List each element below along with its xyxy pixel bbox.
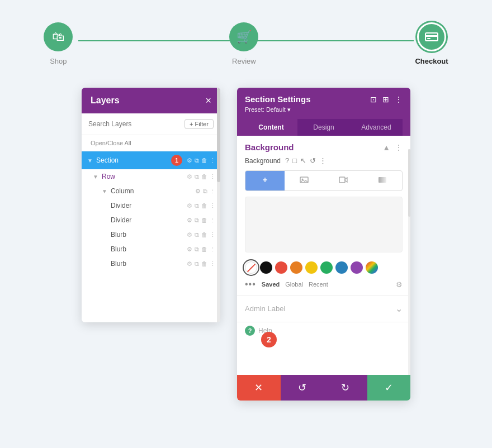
bg-mobile-icon[interactable]: □ [292,156,297,165]
tab-advanced[interactable]: Advanced [350,119,403,136]
d2-duplicate-icon[interactable]: ⧉ [195,217,199,224]
layer-item-column[interactable]: ▼ Column ⚙ ⧉ ⋮ [82,184,220,198]
content-area: Layers × + Filter Open/Close All ▼ Secti… [0,77,492,401]
layers-scrollbar[interactable] [217,88,220,322]
layer-item-divider-2[interactable]: Divider ⚙ ⧉ 🗑 ⋮ [82,213,220,227]
layers-scrollbar-thumb [217,88,220,182]
redo-button[interactable]: ↻ [324,375,367,401]
b2-more-icon[interactable]: ⋮ [210,246,216,253]
d1-delete-icon[interactable]: 🗑 [201,202,207,209]
bg-type-image[interactable] [285,171,324,190]
bg-options-icon[interactable]: ⋮ [319,156,327,165]
d2-settings-icon[interactable]: ⚙ [187,217,192,224]
layers-search-row: + Filter [82,113,220,135]
stepper: 🛍 Shop 🛒 Review Checkout [0,0,492,77]
b2-delete-icon[interactable]: 🗑 [201,246,207,252]
fullscreen-icon[interactable]: ⊡ [370,95,377,104]
bg-type-video[interactable] [324,171,363,190]
swatch-yellow[interactable] [305,261,318,274]
admin-label-arrow: ⌄ [395,303,403,314]
d1-duplicate-icon[interactable]: ⧉ [195,202,199,209]
more-icon[interactable]: ⋮ [210,157,216,164]
settings-scrollbar[interactable] [408,149,410,375]
color-tab-recent[interactable]: Recent [309,281,328,288]
b3-more-icon[interactable]: ⋮ [210,260,216,268]
tab-content[interactable]: Content [245,119,297,136]
col-duplicate-icon[interactable]: ⧉ [203,188,207,195]
b3-settings-icon[interactable]: ⚙ [187,260,192,268]
layers-close-button[interactable]: × [205,96,211,106]
swatch-transparent[interactable] [245,261,257,274]
d1-more-icon[interactable]: ⋮ [210,202,216,209]
swatch-green[interactable] [320,261,333,274]
color-tab-global[interactable]: Global [285,281,303,288]
b1-more-icon[interactable]: ⋮ [210,231,216,239]
tab-design[interactable]: Design [297,119,350,136]
row-more-icon[interactable]: ⋮ [210,173,216,180]
b1-settings-icon[interactable]: ⚙ [187,231,192,239]
bg-help-icon[interactable]: ? [285,156,289,165]
stepper-item-checkout[interactable]: Checkout [415,22,448,65]
stepper-item-review[interactable]: 🛒 Review [229,22,258,65]
b3-delete-icon[interactable]: 🗑 [201,260,207,267]
bg-collapse-icon[interactable]: ▲ [382,143,390,152]
b2-settings-icon[interactable]: ⚙ [187,246,192,253]
swatch-orange[interactable] [290,261,302,274]
bg-type-color[interactable] [245,171,285,190]
row-layer-icons: ⚙ ⧉ 🗑 ⋮ [187,173,216,180]
b2-duplicate-icon[interactable]: ⧉ [195,246,199,253]
svg-rect-7 [379,177,386,183]
swatch-black[interactable] [260,261,272,274]
layer-item-blurb-1[interactable]: Blurb ⚙ ⧉ 🗑 ⋮ [82,227,220,242]
bg-type-tabs [245,170,403,191]
row-duplicate-icon[interactable]: ⧉ [195,173,199,180]
layout-icon[interactable]: ⊞ [382,95,389,104]
d1-settings-icon[interactable]: ⚙ [187,202,192,209]
stepper-item-shop[interactable]: 🛍 Shop [44,22,73,65]
delete-icon[interactable]: 🗑 [201,157,207,164]
duplicate-icon[interactable]: ⧉ [195,157,199,164]
row-delete-icon[interactable]: 🗑 [201,173,207,180]
preset-arrow: ▾ [287,106,291,113]
row-settings-icon[interactable]: ⚙ [187,173,192,180]
bg-arrow-icon[interactable]: ↖ [300,156,306,165]
open-close-all[interactable]: Open/Close All [82,135,220,151]
filter-button[interactable]: + Filter [184,119,214,129]
divider2-icons: ⚙ ⧉ 🗑 ⋮ [187,217,216,224]
color-tab-saved[interactable]: Saved [262,281,280,288]
col-settings-icon[interactable]: ⚙ [195,188,201,195]
color-settings-icon[interactable]: ⚙ [396,280,403,289]
layer-item-blurb-2[interactable]: Blurb ⚙ ⧉ 🗑 ⋮ [82,242,220,256]
bg-more-icon[interactable]: ⋮ [395,143,403,152]
bg-type-gradient[interactable] [363,171,402,190]
save-button[interactable]: ✓ [367,375,411,401]
swatch-rainbow[interactable] [366,261,378,274]
swatch-blue[interactable] [335,261,348,274]
color-dots[interactable]: ••• [245,279,256,289]
d2-delete-icon[interactable]: 🗑 [201,217,207,223]
redo-icon: ↻ [341,382,349,394]
admin-label-row[interactable]: Admin Label ⌄ [237,295,410,322]
layer-item-section[interactable]: ▼ Section 1 ⚙ ⧉ 🗑 ⋮ [82,151,220,169]
d2-more-icon[interactable]: ⋮ [210,217,216,224]
swatch-purple[interactable] [351,261,363,274]
b3-duplicate-icon[interactable]: ⧉ [195,260,199,268]
layer-item-blurb-3[interactable]: Blurb ⚙ ⧉ 🗑 ⋮ [82,256,220,271]
layer-item-row[interactable]: ▼ Row ⚙ ⧉ 🗑 ⋮ [82,169,220,184]
layer-item-divider-1[interactable]: Divider ⚙ ⧉ 🗑 ⋮ [82,198,220,213]
cancel-button[interactable]: ✕ [237,375,281,401]
settings-preset[interactable]: Preset: Default ▾ [245,106,403,119]
svg-rect-6 [339,177,345,183]
blurb3-icons: ⚙ ⧉ 🗑 ⋮ [187,260,216,268]
bg-reset-icon[interactable]: ↺ [310,156,316,165]
more-options-icon[interactable]: ⋮ [395,95,403,104]
b1-duplicate-icon[interactable]: ⧉ [195,231,199,239]
reset-button[interactable]: ↺ [281,375,324,401]
b1-delete-icon[interactable]: 🗑 [201,231,207,238]
settings-icon[interactable]: ⚙ [187,157,192,164]
swatch-red[interactable] [275,261,287,274]
open-close-label: Open/Close All [91,140,131,146]
layers-search-input[interactable] [88,119,180,129]
blurb2-icons: ⚙ ⧉ 🗑 ⋮ [187,246,216,253]
col-more-icon[interactable]: ⋮ [210,188,216,195]
